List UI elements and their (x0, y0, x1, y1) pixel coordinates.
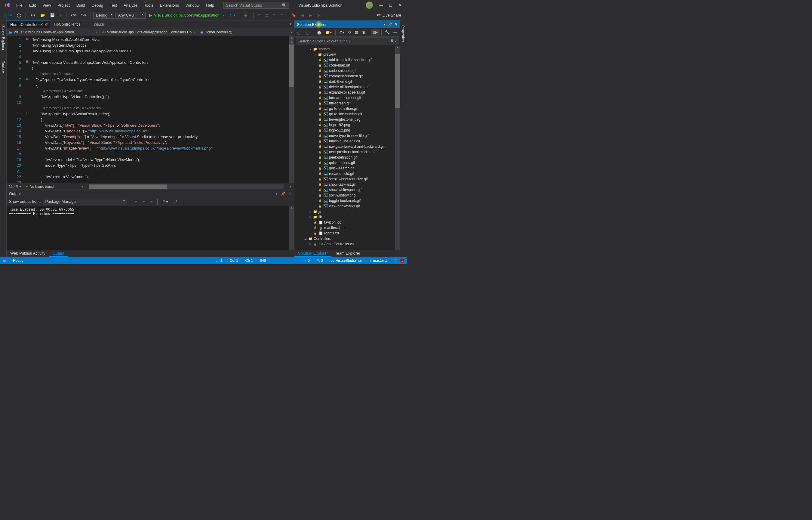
breadcrumb-namespace[interactable]: 🏷 VisualStudioTips.CoreWebApplication.Co… (100, 29, 198, 35)
status-build-icon[interactable]: ▭ (2, 259, 6, 263)
solution-config-dropdown[interactable]: Debug (93, 12, 114, 19)
output-btn-1[interactable]: ≡ (133, 198, 139, 205)
bookmark-button[interactable]: 🔖 (289, 12, 298, 19)
tab-tipcontroller[interactable]: TipController.cs (50, 21, 88, 28)
tree-node[interactable]: 🔒code-map.gif (295, 62, 395, 68)
hscroll-thumb[interactable] (89, 184, 167, 189)
next-bookmark-button[interactable]: ▶ (307, 12, 314, 19)
live-share-button[interactable]: ⮂ Live Share (374, 12, 404, 19)
issues-indicator[interactable]: ✔ No issues found (26, 184, 54, 188)
menu-view[interactable]: View (39, 1, 54, 9)
tree-node[interactable]: 🔒toggle-bookmark.gif (295, 198, 395, 203)
status-publish[interactable]: ↑ 0 (305, 259, 310, 263)
overflow-button[interactable]: ₊ (323, 12, 329, 19)
se-properties-button[interactable]: 🔧 (384, 29, 391, 35)
tree-node[interactable]: 🔒view-bookmarks.gif (295, 203, 395, 209)
tree-node[interactable]: 🔒quick-actions.gif (295, 160, 395, 165)
tree-node[interactable]: 🔒show-task-list.gif (295, 182, 395, 187)
tree-node[interactable]: 🔒add-to-task-list-shortcut.gif (295, 57, 395, 62)
menu-project[interactable]: Project (54, 1, 73, 9)
toolbox-tab[interactable]: Toolbox (1, 59, 6, 76)
tab-tips[interactable]: Tips.cs (88, 21, 112, 28)
tree-node[interactable]: ◢📁images (295, 46, 395, 52)
close-button[interactable]: ✕ (398, 3, 402, 7)
pin-icon[interactable]: 📌 (44, 23, 48, 26)
se-scope-button[interactable]: 📁▾ (324, 29, 334, 35)
tree-node[interactable]: 🔒go-to-definition.gif (295, 106, 395, 111)
panel-dropdown-icon[interactable]: ▾ (276, 191, 278, 196)
hscroll-right-icon[interactable]: ▶ (289, 185, 292, 188)
code-editor[interactable]: 1234567891011121314151617181920212223242… (7, 36, 294, 183)
tree-node[interactable]: 🔒📄robots.txt (295, 231, 395, 236)
se-pin-icon[interactable]: 📌 (388, 22, 392, 26)
output-body[interactable]: Time Elapsed: 00:00:01.6976065 =========… (7, 206, 289, 250)
web-publish-tab[interactable]: Web Publish Activity (7, 250, 49, 257)
menu-help[interactable]: Help (203, 1, 217, 9)
tree-node[interactable]: 🔒show-whitespace.gif (295, 187, 395, 192)
output-scrollbar[interactable]: ▲ (289, 206, 294, 250)
solution-explorer-header[interactable]: Solution Explorer ▾ 📌 ✕ (295, 21, 400, 28)
menu-analyze[interactable]: Analyze (120, 1, 140, 9)
menu-build[interactable]: Build (74, 1, 88, 9)
tree-node[interactable]: ◢📁Controllers (295, 236, 395, 241)
solution-explorer-tab[interactable]: Solution Explorer (295, 250, 331, 257)
breadcrumb-project[interactable]: ▣ VisualStudioTips.CoreWebApplication (7, 29, 100, 35)
tree-node[interactable]: 🔒navigate-forward-and-backward.gif (295, 144, 395, 149)
tree-node[interactable]: 🔒quick-search.gif (295, 165, 395, 171)
properties-tab[interactable]: Properties (400, 23, 406, 44)
output-btn-2[interactable]: ≡ (141, 198, 147, 205)
scroll-up-icon[interactable]: ▲ (289, 40, 294, 45)
open-file-button[interactable]: 📂 (38, 12, 47, 19)
se-preview-button[interactable]: ▤▾ (371, 29, 380, 35)
se-tree[interactable]: ◢📁images▷📁preview🔒add-to-task-list-short… (295, 46, 395, 250)
se-scrollbar[interactable]: ▲ (395, 46, 400, 250)
redo-button[interactable]: ↷▾ (79, 12, 88, 19)
se-back-button[interactable]: ◯ (296, 29, 303, 35)
tree-node[interactable]: ▷📁preview (295, 52, 395, 57)
save-button[interactable]: 💾 (48, 12, 57, 19)
close-tab-icon[interactable]: ✕ (40, 23, 43, 26)
tab-homecontroller[interactable]: HomeController.cs 📌 ✕ (7, 21, 50, 28)
browser-refresh-button[interactable]: ↻ ▾ (228, 12, 238, 19)
tree-node[interactable]: 🔒move-type-to-new-file.gif (295, 133, 395, 138)
comment-button[interactable]: ≡ (272, 12, 278, 19)
maximize-button[interactable]: ☐ (389, 3, 392, 7)
user-avatar[interactable] (366, 1, 373, 9)
status-notifications[interactable]: 🚩1 (394, 259, 404, 263)
se-collapse-button[interactable]: ⊟ (353, 29, 360, 35)
horizontal-scrollbar[interactable] (89, 184, 284, 189)
se-sync-button[interactable]: ⟲▾ (337, 29, 346, 35)
save-all-button[interactable]: ⎘ (58, 12, 64, 19)
se-home-button[interactable]: 🏠 (315, 29, 323, 35)
tree-node[interactable]: 🔒code-snippets.gif (295, 68, 395, 73)
tree-node[interactable]: 🔒📄favicon.ico (295, 220, 395, 225)
se-dropdown-icon[interactable]: ▾ (384, 22, 385, 26)
output-tab[interactable]: Output (49, 250, 68, 257)
status-ch[interactable]: Ch 1 (245, 259, 253, 263)
tree-node[interactable]: 🔒go-to-line-number.gif (295, 111, 395, 117)
tree-node[interactable]: 🔒next-previous-bookmarks.gif (295, 149, 395, 155)
prev-bookmark-button[interactable]: ◀ (299, 12, 306, 19)
tree-node[interactable]: 🔒peek-definition.gif (295, 155, 395, 160)
panel-pin-icon[interactable]: 📌 (281, 191, 285, 196)
search-visual-studio[interactable]: Search Visual Studio 🔍 (223, 2, 289, 9)
minimize-button[interactable]: — (379, 3, 383, 7)
tree-node[interactable]: ▷📁js (295, 209, 395, 214)
scroll-thumb[interactable] (289, 45, 294, 87)
menu-edit[interactable]: Edit (26, 1, 39, 9)
tree-node[interactable]: 🔒rename-field.gif (295, 171, 395, 176)
menu-window[interactable]: Window (183, 1, 202, 9)
status-branch[interactable]: ⑂ master ▴ (370, 259, 387, 263)
menu-file[interactable]: File (13, 1, 26, 9)
outdent-button[interactable]: ≣ (263, 12, 270, 19)
clear-bookmarks-button[interactable]: ⊘ (315, 12, 322, 19)
status-ins[interactable]: INS (260, 259, 266, 263)
tree-node[interactable]: 🔒split-window.png (295, 192, 395, 198)
tree-node[interactable]: 🔒multiple-line-edit.gif (295, 138, 395, 144)
status-col[interactable]: Col 1 (230, 259, 238, 263)
tree-node[interactable]: ▷📁lib (295, 214, 395, 220)
tree-node[interactable]: 🔒{}manifest.json (295, 225, 395, 231)
start-debug-button[interactable]: ▶ VisualStudioTips.CoreWebApplication ▾ (147, 12, 226, 18)
tree-node[interactable]: 🔒logo-192.png (295, 122, 395, 128)
tree-node[interactable]: 🔒expand-collapse-all.gif (295, 90, 395, 95)
